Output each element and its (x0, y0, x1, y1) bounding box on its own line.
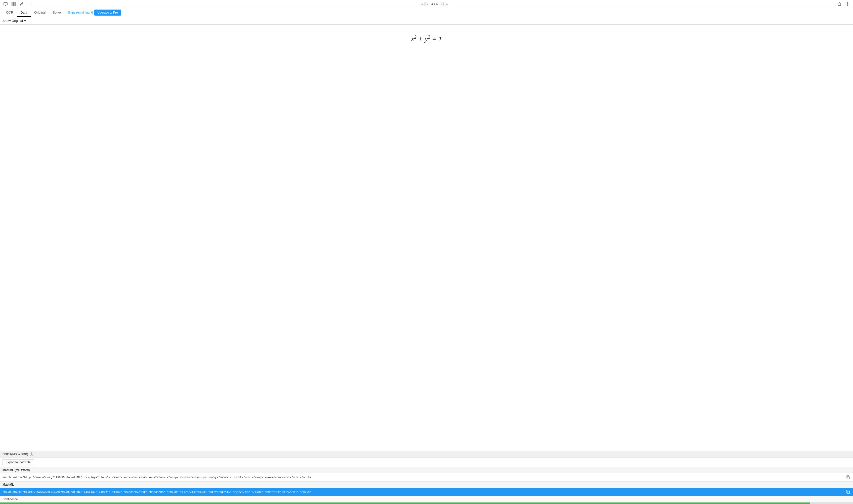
help-icon[interactable]: ? (30, 452, 33, 456)
tab-original[interactable]: Original (31, 8, 49, 17)
svg-rect-6 (14, 4, 15, 6)
tab-solver[interactable]: Solver (49, 8, 65, 17)
toolbar-right (836, 1, 851, 6)
show-original-bar: Show Original ▼ (0, 17, 853, 24)
export-btn-row: Export to .docx file (0, 458, 853, 467)
confidence-progress-bar (0, 503, 853, 504)
copy-mathml-msword-button[interactable] (846, 475, 851, 480)
next-page-button[interactable]: › (440, 2, 444, 6)
docx-label: DOCX(MS WORD) (2, 452, 28, 456)
confidence-row: Confidence (0, 496, 853, 503)
page-indicator: 4 / 4 (431, 2, 438, 6)
screen-icon-button[interactable] (2, 1, 8, 6)
toolbar-left (2, 1, 33, 6)
svg-rect-0 (4, 2, 7, 5)
upgrade-button[interactable]: Upgrade to Pro (94, 10, 121, 16)
svg-point-14 (847, 3, 848, 4)
mathml-label: MathML (0, 482, 853, 488)
tab-data[interactable]: Data (17, 8, 31, 17)
grid-icon-button[interactable] (11, 1, 17, 6)
bottom-panel: DOCX(MS WORD) ? Export to .docx file Mat… (0, 451, 853, 504)
tabs-bar: OCR Data Original Solver Snips remaining… (0, 8, 853, 17)
show-original-label: Show Original (2, 19, 23, 23)
pagination: « ‹ 4 / 4 › » (420, 2, 449, 6)
delete-button[interactable] (836, 1, 842, 6)
settings-button[interactable] (845, 1, 851, 6)
mathml-msword-code: <math xmlns="http://www.w3.org/1998/Math… (2, 476, 844, 479)
confidence-progress-fill (0, 503, 810, 504)
formula-display: x2 + y2 = 1 (411, 35, 442, 43)
mathml-code: <math xmlns="http://www.w3.org/1998/Math… (2, 490, 844, 493)
export-docx-button[interactable]: Export to .docx file (2, 459, 34, 465)
svg-rect-4 (14, 2, 15, 4)
mathml-msword-label: MathML (MS Word) (0, 467, 853, 473)
chevron-down-icon: ▼ (24, 19, 27, 22)
toolbar: « ‹ 4 / 4 › » (0, 0, 853, 8)
show-original-button[interactable]: Show Original ▼ (2, 19, 27, 23)
confidence-label: Confidence (2, 498, 18, 501)
svg-rect-15 (847, 476, 850, 479)
menu-icon-button[interactable] (27, 1, 33, 6)
svg-rect-11 (838, 3, 841, 5)
svg-line-7 (22, 3, 23, 4)
pen-icon-button[interactable] (19, 1, 25, 6)
prev-page-button[interactable]: ‹ (425, 2, 430, 6)
main-content: x2 + y2 = 1 (0, 24, 853, 451)
snips-remaining: Snips remaining: 6 (68, 11, 93, 14)
docx-section-header: DOCX(MS WORD) ? (0, 451, 853, 458)
last-page-button[interactable]: » (445, 2, 449, 6)
copy-mathml-button[interactable] (846, 489, 851, 494)
tab-ocr[interactable]: OCR (2, 8, 17, 17)
mathml-msword-code-row: <math xmlns="http://www.w3.org/1998/Math… (0, 473, 853, 482)
mathml-code-row: <math xmlns="http://www.w3.org/1998/Math… (0, 488, 853, 496)
first-page-button[interactable]: « (420, 2, 424, 6)
svg-rect-3 (12, 2, 13, 4)
svg-rect-5 (12, 4, 13, 6)
svg-rect-16 (847, 491, 850, 494)
